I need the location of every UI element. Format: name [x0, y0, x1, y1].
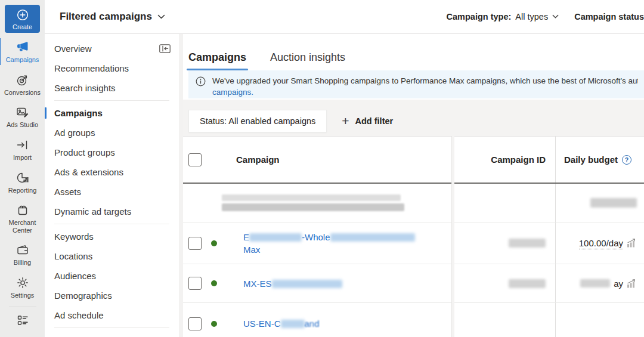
tab-auction-insights[interactable]: Auction insights [270, 51, 345, 70]
redacted-value [580, 279, 610, 287]
redacted-value [509, 239, 546, 248]
scope-dropdown[interactable]: Filtered campaigns [60, 11, 165, 23]
sidebar-item-campaigns[interactable]: Campaigns [45, 103, 179, 123]
table-row [454, 303, 644, 337]
campaign-type-dropdown[interactable]: Campaign type: All types [447, 12, 559, 21]
create-plus-icon [16, 8, 30, 22]
info-banner: We've upgraded your Smart Shopping campa… [188, 70, 644, 98]
image-edit-icon [16, 105, 30, 119]
sidebar-item-label: Dynamic ad targets [54, 206, 131, 217]
rail-item-campaigns[interactable]: Campaigns [0, 35, 46, 68]
info-icon [196, 76, 206, 98]
rail-item-billing[interactable]: Billing [0, 238, 46, 271]
rail-item-label: Merchant Center [2, 219, 44, 234]
create-button[interactable]: Create [5, 5, 40, 33]
rail-item-import[interactable]: Import [0, 133, 46, 166]
chevron-down-icon [552, 14, 559, 19]
campaign-name-link[interactable]: US-EN-Cand [243, 317, 320, 330]
select-all-checkbox[interactable] [188, 153, 202, 166]
sidebar-item-locations[interactable]: Locations [45, 246, 179, 266]
rail-item-label: Billing [14, 259, 31, 267]
rail-item-label: Reporting [8, 187, 37, 194]
rail-item-label: Settings [11, 292, 35, 299]
table-row: E-Whole Max [183, 222, 451, 264]
sidebar-item-label: Locations [54, 251, 92, 261]
rail-item-ads-studio[interactable]: Ads Studio [0, 100, 46, 133]
sidebar-item-demographics[interactable]: Demographics [45, 286, 179, 305]
budget-trend-chart-icon[interactable] [627, 239, 637, 248]
sidebar-item-product-groups[interactable]: Product groups [45, 143, 179, 162]
add-filter-label: Add filter [355, 116, 394, 126]
column-header-campaign-id[interactable]: Campaign ID [454, 137, 556, 183]
rail-item-merchant-center[interactable]: Merchant Center [0, 198, 46, 238]
column-header-daily-budget[interactable]: Daily budget ? [556, 137, 644, 183]
redacted-text [330, 233, 415, 242]
tab-bar: Campaigns Auction insights [183, 34, 644, 70]
nav-divider [54, 224, 169, 224]
redacted-text [272, 280, 342, 288]
target-icon [16, 73, 30, 87]
table-row: 100.00/day [454, 222, 644, 264]
status-enabled-dot [211, 240, 217, 246]
rail-item-reporting[interactable]: Reporting [0, 166, 46, 199]
banner-link[interactable]: campaigns. [212, 88, 253, 97]
status-filter-label: Status: All enabled campaigns [200, 116, 315, 126]
sidebar-item-assets[interactable]: Assets [45, 182, 179, 202]
import-arrow-icon [16, 138, 30, 152]
rail-item-shared-library[interactable] [0, 309, 46, 328]
table-section: Status: All enabled campaigns + Add filt… [183, 100, 644, 337]
sidebar-item-keywords[interactable]: Keywords [45, 227, 179, 246]
status-filter-chip[interactable]: Status: All enabled campaigns [188, 110, 327, 132]
campaign-name-fragment: Max [243, 245, 260, 255]
sidebar-item-label: Search insights [54, 83, 116, 93]
sidebar-item-recommendations[interactable]: Recommendations [45, 58, 179, 78]
help-icon[interactable]: ? [622, 155, 631, 165]
sidebar-item-overview[interactable]: Overview [45, 39, 179, 58]
row-checkbox[interactable] [188, 237, 202, 250]
sidebar-item-label: Product groups [54, 147, 115, 157]
campaign-status-dropdown[interactable]: Campaign status [574, 12, 644, 21]
plus-icon: + [342, 115, 349, 127]
side-nav: Overview Recommendations Search insights… [45, 34, 183, 337]
column-header-label: Daily budget [564, 154, 618, 165]
table-row: US-EN-Cand [183, 303, 451, 337]
sidebar-item-label: Recommendations [54, 63, 129, 73]
rail-item-settings[interactable]: Settings [0, 271, 46, 304]
status-enabled-dot [211, 321, 217, 327]
campaign-name-fragment: and [305, 319, 320, 329]
table-pane-campaign: Campaign E-Whole Max [183, 136, 452, 337]
sidebar-item-label: Overview [54, 44, 92, 54]
banner-text-block: We've upgraded your Smart Shopping campa… [212, 75, 638, 98]
nav-divider [54, 327, 169, 328]
table-header-row: Campaign [183, 137, 451, 184]
filter-bar: Status: All enabled campaigns + Add filt… [183, 100, 644, 136]
row-checkbox[interactable] [188, 277, 202, 290]
campaign-name-link[interactable]: MX-ES [243, 277, 342, 290]
campaign-name-fragment: MX-ES [243, 279, 272, 289]
daily-budget-cell [556, 303, 644, 337]
add-filter-button[interactable]: + Add filter [342, 115, 393, 127]
sidebar-item-search-insights[interactable]: Search insights [45, 78, 179, 98]
table-pane-metrics: Campaign ID Daily budget ? 100.00/day [454, 136, 644, 337]
sidebar-item-ad-groups[interactable]: Ad groups [45, 123, 179, 143]
list-icon [16, 314, 30, 328]
tab-campaigns[interactable]: Campaigns [188, 51, 246, 70]
tab-label: Auction insights [270, 51, 345, 63]
sidebar-item-dynamic-ad-targets[interactable]: Dynamic ad targets [45, 202, 179, 221]
collapse-panel-icon[interactable] [159, 44, 171, 53]
daily-budget-value[interactable]: ay [614, 278, 623, 289]
daily-budget-value[interactable]: 100.00/day [579, 237, 623, 249]
table-header-row: Campaign ID Daily budget ? [454, 137, 644, 184]
sidebar-item-ads-extensions[interactable]: Ads & extensions [45, 162, 179, 182]
budget-trend-chart-icon[interactable] [627, 279, 637, 288]
campaign-name-link[interactable]: E-Whole Max [243, 231, 415, 256]
create-button-label: Create [13, 23, 32, 30]
campaign-type-label: Campaign type: [447, 12, 512, 21]
column-header-campaign[interactable]: Campaign [236, 154, 280, 165]
rail-item-conversions[interactable]: Conversions [0, 68, 46, 101]
sidebar-item-ad-schedule[interactable]: Ad schedule [45, 305, 179, 325]
sidebar-item-audiences[interactable]: Audiences [45, 266, 179, 286]
table-row: ay [454, 264, 644, 303]
row-checkbox[interactable] [188, 317, 202, 330]
campaign-id-cell [454, 264, 556, 302]
